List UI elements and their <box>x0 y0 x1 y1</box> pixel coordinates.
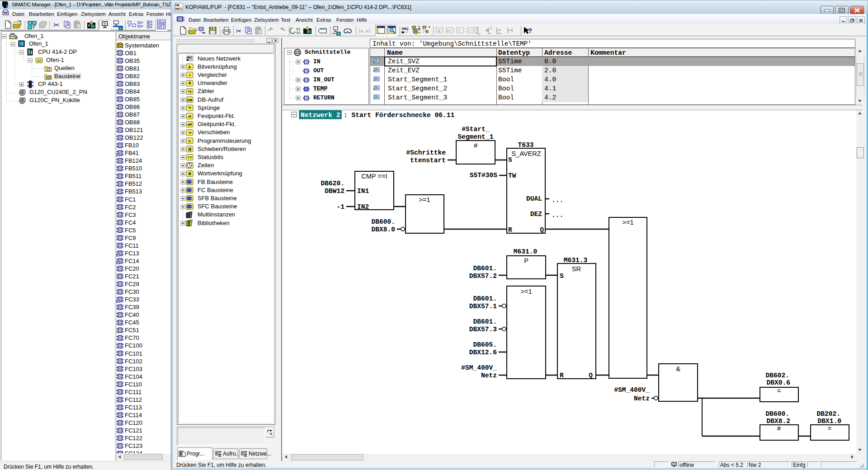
svg-text:IN1: IN1 <box>357 188 369 195</box>
svg-text:±R: ±R <box>187 122 192 127</box>
svg-text:-1: -1 <box>336 203 344 211</box>
svg-text:DB605.: DB605. <box>473 341 497 348</box>
svg-text:S: S <box>508 156 512 164</box>
svg-text:=: = <box>458 28 461 33</box>
svg-text:>=1: >=1 <box>622 219 633 226</box>
svg-text:DB602.: DB602. <box>765 372 789 379</box>
svg-text:CMP ==I: CMP ==I <box>361 173 387 180</box>
svg-text:S_AVERZ: S_AVERZ <box>511 150 541 157</box>
svg-text:DB600.: DB600. <box>765 410 789 418</box>
svg-text:ttenstart: ttenstart <box>410 157 446 164</box>
svg-text:DBW12: DBW12 <box>325 188 344 195</box>
svg-text:DBX1.0: DBX1.0 <box>817 418 841 425</box>
svg-text:Netz: Netz <box>634 395 650 402</box>
svg-text:...: ... <box>552 212 563 219</box>
svg-text:Netzwerk 2: Netzwerk 2 <box>301 112 340 119</box>
svg-text:DBX8.0: DBX8.0 <box>371 226 395 233</box>
svg-text:>=1: >=1 <box>520 288 532 295</box>
svg-text:: Start Förderschnecke 06.11: : Start Förderschnecke 06.11 <box>344 112 454 119</box>
svg-text:>=1: >=1 <box>419 196 430 203</box>
svg-text:DB601.: DB601. <box>473 318 497 325</box>
svg-text:⇶: ⇶ <box>188 147 191 151</box>
svg-text:#SM_400V_: #SM_400V_ <box>614 386 650 394</box>
svg-text:S5T#30S: S5T#30S <box>470 172 498 179</box>
svg-text:↝: ↝ <box>188 131 191 135</box>
svg-text:≡?: ≡? <box>188 155 192 160</box>
svg-text:#Schrittke: #Schrittke <box>406 149 446 156</box>
svg-text:DBX12.6: DBX12.6 <box>469 349 497 356</box>
svg-text:#: # <box>777 425 781 432</box>
svg-text:&: & <box>676 365 680 372</box>
svg-text:DUAL: DUAL <box>526 195 542 202</box>
svg-text:TW: TW <box>508 172 516 179</box>
svg-text:M631.0: M631.0 <box>514 248 538 255</box>
svg-text:R: R <box>508 226 512 234</box>
svg-text:Segment_1: Segment_1 <box>458 133 494 141</box>
svg-text:#SM_400V_: #SM_400V_ <box>461 364 497 371</box>
svg-text:?: ? <box>528 27 532 34</box>
svg-text:#Start_: #Start_ <box>462 126 490 133</box>
svg-text:=: = <box>777 387 781 395</box>
svg-text:S: S <box>560 273 564 280</box>
svg-text:<: < <box>270 432 272 436</box>
svg-text:Q: Q <box>540 226 544 234</box>
svg-text:ir: ir <box>189 139 191 143</box>
svg-text:R: R <box>560 372 564 379</box>
svg-text:T633: T633 <box>518 141 533 149</box>
svg-text:P: P <box>524 257 528 264</box>
svg-text:DB600.: DB600. <box>371 218 395 226</box>
svg-text:M631.3: M631.3 <box>564 257 588 264</box>
svg-text:DBX57.3: DBX57.3 <box>469 326 497 333</box>
svg-text:=: = <box>828 425 832 432</box>
svg-text:Q: Q <box>589 372 593 379</box>
svg-text:DB601.: DB601. <box>473 295 497 302</box>
svg-text:≣: ≣ <box>188 172 191 176</box>
svg-text:DB601.: DB601. <box>473 265 497 272</box>
svg-text:DBX57.2: DBX57.2 <box>469 273 497 280</box>
svg-text:DBX57.1: DBX57.1 <box>469 303 497 310</box>
svg-text:DB202.: DB202. <box>816 410 840 418</box>
svg-text:??: ?? <box>468 28 473 33</box>
svg-text:DB620.: DB620. <box>321 180 344 187</box>
svg-text:DEZ: DEZ <box>530 211 542 218</box>
svg-text:#: # <box>474 142 478 149</box>
svg-text:...: ... <box>552 197 563 204</box>
svg-text:Netz: Netz <box>481 372 497 379</box>
svg-text:SR: SR <box>572 265 581 273</box>
svg-text:DBX8.2: DBX8.2 <box>766 418 790 425</box>
svg-text:IN2: IN2 <box>357 203 369 211</box>
svg-text:DBX0.6: DBX0.6 <box>766 379 790 386</box>
